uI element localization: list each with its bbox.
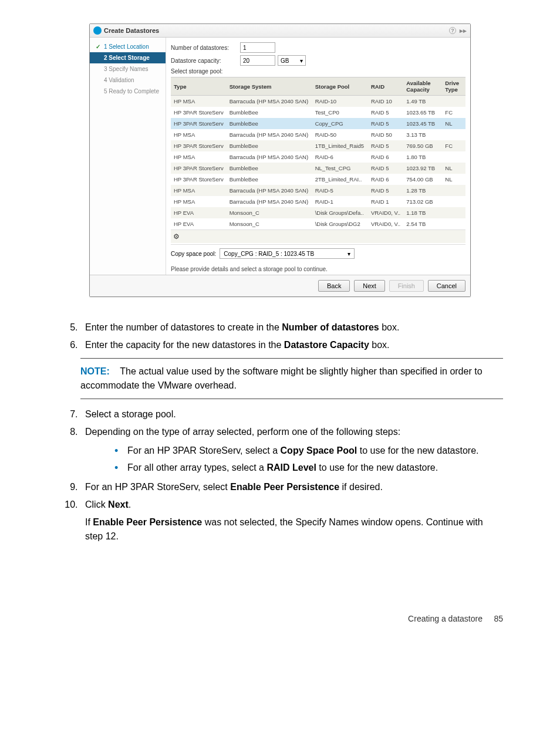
finish-button: Finish xyxy=(389,280,424,292)
table-cell: RAID 5 xyxy=(368,140,403,151)
wizard-step-4: 4 Validation xyxy=(90,75,166,86)
copy-space-label: Copy space pool: xyxy=(171,251,216,257)
table-row[interactable]: HP MSABarracuda (HP MSA 2040 SAN)RAID-50… xyxy=(171,129,465,140)
table-row[interactable]: HP MSABarracuda (HP MSA 2040 SAN)RAID-10… xyxy=(171,96,465,107)
table-row[interactable]: HP MSABarracuda (HP MSA 2040 SAN)RAID-6R… xyxy=(171,151,465,163)
footer-page: 85 xyxy=(494,614,503,623)
table-cell: Barracuda (HP MSA 2040 SAN) xyxy=(227,129,312,140)
create-datastores-dialog: Create Datastores ? ▸▸ ✓ 1 Select Locati… xyxy=(89,23,471,297)
table-cell: NL xyxy=(442,174,465,185)
wizard-step-2[interactable]: 2 Select Storage xyxy=(90,52,166,63)
next-button[interactable]: Next xyxy=(354,280,385,292)
expand-icon[interactable]: ▸▸ xyxy=(460,27,467,35)
step-label: 4 Validation xyxy=(104,77,134,83)
table-row[interactable]: HP MSABarracuda (HP MSA 2040 SAN)RAID-1R… xyxy=(171,196,465,207)
table-cell: NL xyxy=(442,118,465,129)
table-cell: RAID-5 xyxy=(312,185,368,196)
table-cell: RAID 5 xyxy=(368,185,403,196)
table-cell: Barracuda (HP MSA 2040 SAN) xyxy=(227,196,312,207)
col-type[interactable]: Type xyxy=(171,77,227,96)
table-cell: RAID-6 xyxy=(312,151,368,163)
filter-icon[interactable]: ⚙ xyxy=(173,232,180,241)
table-cell: RAID 5 xyxy=(368,118,403,129)
table-cell: NL_Test_CPG xyxy=(312,163,368,174)
storage-pool-table: Type Storage System Storage Pool RAID Av… xyxy=(171,77,465,229)
table-cell: HP 3PAR StoreServ xyxy=(171,107,227,118)
table-cell: HP EVA xyxy=(171,207,227,218)
step-label: 5 Ready to Complete xyxy=(104,88,159,94)
table-cell: RAID 6 xyxy=(368,151,403,163)
back-button[interactable]: Back xyxy=(318,280,350,292)
table-row[interactable]: HP EVAMonsoon_C\Disk Groups\Defa..VRAID0… xyxy=(171,207,465,218)
table-row[interactable]: HP 3PAR StoreServBumbleBeeNL_Test_CPGRAI… xyxy=(171,163,465,174)
col-raid[interactable]: RAID xyxy=(368,77,403,96)
col-pool[interactable]: Storage Pool xyxy=(312,77,368,96)
footer-section: Creating a datastore xyxy=(408,614,483,623)
copy-space-value: Copy_CPG : RAID_5 : 1023.45 TB xyxy=(224,251,314,257)
capacity-label: Datastore capacity: xyxy=(171,58,240,64)
table-cell: 1TB_Limited_Raid5 xyxy=(312,140,368,151)
table-cell xyxy=(442,151,465,163)
col-system[interactable]: Storage System xyxy=(227,77,312,96)
table-cell: Test_CP0 xyxy=(312,107,368,118)
dialog-title: Create Datastores xyxy=(104,27,159,34)
step-10: Click Next. If Enable Peer Persistence w… xyxy=(80,498,503,544)
table-cell: 1.28 TB xyxy=(403,185,442,196)
table-row[interactable]: HP 3PAR StoreServBumbleBee1TB_Limited_Ra… xyxy=(171,140,465,151)
document-body: Enter the number of datastores to create… xyxy=(57,320,503,544)
capacity-unit-select[interactable]: GB ▾ xyxy=(278,55,306,66)
table-cell: RAID 5 xyxy=(368,107,403,118)
chevron-down-icon: ▾ xyxy=(300,58,303,64)
table-row[interactable]: HP EVAMonsoon_C\Disk Groups\DG2VRAID0, V… xyxy=(171,218,465,229)
table-cell xyxy=(442,185,465,196)
step-8: Depending on the type of array selected,… xyxy=(80,425,503,477)
unit-value: GB xyxy=(281,58,289,64)
table-cell: RAID-1 xyxy=(312,196,368,207)
table-cell: RAID-10 xyxy=(312,96,368,107)
col-capacity[interactable]: Available Capacity xyxy=(403,77,442,96)
table-cell: FC xyxy=(442,107,465,118)
table-cell xyxy=(442,96,465,107)
table-cell xyxy=(442,129,465,140)
page-footer: Creating a datastore 85 xyxy=(57,614,503,623)
table-cell: RAID 10 xyxy=(368,96,403,107)
table-cell: HP MSA xyxy=(171,185,227,196)
col-drive[interactable]: Drive Type xyxy=(442,77,465,96)
table-row[interactable]: HP MSABarracuda (HP MSA 2040 SAN)RAID-5R… xyxy=(171,185,465,196)
table-cell: Monsoon_C xyxy=(227,207,312,218)
table-cell xyxy=(442,218,465,229)
help-icon[interactable]: ? xyxy=(449,27,456,34)
wizard-step-1[interactable]: ✓ 1 Select Location xyxy=(90,41,166,52)
table-cell: HP MSA xyxy=(171,129,227,140)
table-cell: 754.00 GB xyxy=(403,174,442,185)
copy-space-select[interactable]: Copy_CPG : RAID_5 : 1023.45 TB ▾ xyxy=(220,248,355,259)
table-cell: 1.18 TB xyxy=(403,207,442,218)
table-cell: HP 3PAR StoreServ xyxy=(171,174,227,185)
step-10-follow: If Enable Peer Persistence was not selec… xyxy=(85,515,503,544)
table-cell xyxy=(442,196,465,207)
select-pool-label: Select storage pool: xyxy=(171,68,240,75)
chevron-down-icon: ▾ xyxy=(348,251,350,257)
table-cell: Copy_CPG xyxy=(312,118,368,129)
table-cell: \Disk Groups\Defa.. xyxy=(312,207,368,218)
num-datastores-input[interactable] xyxy=(240,42,275,53)
table-cell: HP 3PAR StoreServ xyxy=(171,118,227,129)
table-cell: HP MSA xyxy=(171,151,227,163)
table-cell: 2TB_Limited_RAI.. xyxy=(312,174,368,185)
cancel-button[interactable]: Cancel xyxy=(428,280,465,292)
wizard-step-5: 5 Ready to Complete xyxy=(90,86,166,97)
table-row[interactable]: HP 3PAR StoreServBumbleBeeTest_CP0RAID 5… xyxy=(171,107,465,118)
table-row[interactable]: HP 3PAR StoreServBumbleBee2TB_Limited_RA… xyxy=(171,174,465,185)
table-cell: \Disk Groups\DG2 xyxy=(312,218,368,229)
wizard-step-3: 3 Specify Names xyxy=(90,63,166,75)
table-row[interactable]: HP 3PAR StoreServBumbleBeeCopy_CPGRAID 5… xyxy=(171,118,465,129)
table-cell: BumbleBee xyxy=(227,174,312,185)
main-panel: Number of datastores: Datastore capacity… xyxy=(166,38,470,275)
capacity-input[interactable] xyxy=(240,55,275,66)
table-cell: FC xyxy=(442,140,465,151)
table-cell: RAID 50 xyxy=(368,129,403,140)
step-5: Enter the number of datastores to create… xyxy=(80,320,503,335)
wizard-steps: ✓ 1 Select Location 2 Select Storage 3 S… xyxy=(90,38,166,275)
table-cell: HP 3PAR StoreServ xyxy=(171,163,227,174)
table-cell: Barracuda (HP MSA 2040 SAN) xyxy=(227,185,312,196)
